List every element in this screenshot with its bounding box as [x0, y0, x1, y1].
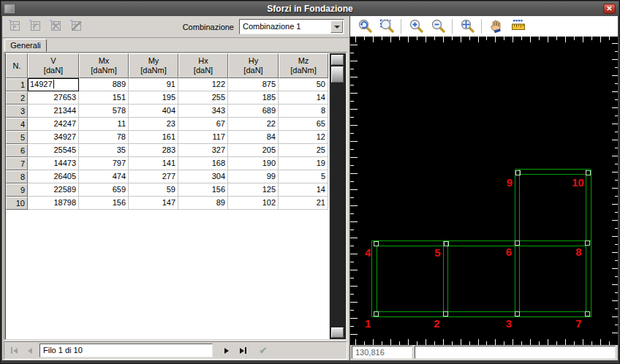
table-cell[interactable]: 12 [279, 131, 328, 144]
clear-values-button[interactable] [67, 18, 85, 36]
row-header[interactable]: 5 [6, 131, 28, 144]
table-cell[interactable]: 277 [129, 170, 178, 183]
node-marker[interactable] [374, 311, 379, 316]
table-cell[interactable]: 141 [129, 157, 178, 170]
table-cell[interactable]: 102 [228, 197, 279, 210]
table-cell[interactable]: 91 [129, 78, 178, 91]
zoom-in-button[interactable] [407, 18, 425, 35]
table-cell[interactable]: 156 [178, 183, 228, 197]
table-cell[interactable]: 59 [129, 183, 178, 197]
zoom-out-button[interactable] [428, 18, 447, 35]
table-cell[interactable]: 24247 [28, 118, 79, 131]
table-cell[interactable]: 21344 [28, 105, 79, 118]
table-cell[interactable]: 27653 [28, 91, 79, 105]
table-cell[interactable]: 195 [129, 91, 178, 105]
cad-canvas[interactable]: 12374568910 [350, 37, 618, 345]
table-cell[interactable]: 304 [178, 170, 228, 183]
table-cell[interactable]: 185 [228, 91, 279, 105]
node-marker[interactable] [586, 171, 590, 175]
row-header[interactable]: 3 [6, 105, 28, 118]
row-header[interactable]: 8 [6, 170, 28, 183]
table-cell[interactable]: 205 [228, 144, 279, 157]
table-cell[interactable]: 78 [79, 131, 129, 144]
row-header[interactable]: 7 [6, 157, 28, 170]
scrollbar-thumb[interactable] [331, 67, 344, 83]
table-cell[interactable]: 8 [279, 105, 328, 118]
commit-button[interactable]: ✔ [255, 344, 271, 357]
paste-values-button[interactable] [26, 18, 44, 36]
table-cell[interactable]: 889 [79, 78, 129, 91]
table-cell[interactable]: 25545 [28, 144, 79, 157]
zoom-extents-button[interactable] [458, 18, 476, 35]
column-header-hy[interactable]: Hy[daN] [228, 53, 279, 78]
table-cell[interactable]: 65 [279, 118, 328, 131]
table-cell[interactable]: 797 [79, 157, 129, 170]
titlebar[interactable]: Sforzi in Fondazione ✕ [1, 1, 619, 16]
zoom-window-button[interactable] [377, 18, 396, 35]
table-cell[interactable]: 14473 [28, 157, 79, 170]
scrollbar-up-button[interactable] [331, 55, 344, 65]
last-record-button[interactable] [235, 344, 251, 357]
column-header-mx[interactable]: Mx[daNm] [79, 53, 129, 78]
record-indicator[interactable]: Filo 1 di 10 [39, 344, 213, 357]
next-record-button[interactable] [219, 344, 235, 357]
table-cell[interactable]: 35 [79, 144, 129, 157]
combo-dropdown-button[interactable] [330, 20, 343, 33]
pan-button[interactable] [487, 18, 505, 35]
table-cell[interactable]: 125 [228, 183, 279, 197]
close-button[interactable]: ✕ [603, 4, 616, 14]
table-cell[interactable]: 18798 [28, 197, 79, 210]
table-cell[interactable]: 659 [79, 183, 129, 197]
table-cell[interactable]: 23 [129, 118, 178, 131]
table-cell[interactable]: 22 [228, 118, 279, 131]
table-cell[interactable]: 84 [228, 131, 279, 144]
table-cell[interactable]: 21 [279, 197, 328, 210]
table-cell[interactable]: 327 [178, 144, 228, 157]
table-cell[interactable]: 11 [79, 118, 129, 131]
table-cell[interactable]: 14927 [28, 78, 79, 91]
measure-button[interactable] [509, 18, 527, 35]
previous-record-button[interactable] [22, 344, 38, 357]
fill-values-button[interactable] [46, 18, 64, 36]
row-header[interactable]: 4 [6, 118, 28, 131]
scrollbar-down-button[interactable] [331, 327, 344, 338]
column-header-v[interactable]: V[daN] [28, 53, 79, 78]
copy-values-button[interactable] [5, 18, 23, 36]
table-cell[interactable]: 117 [178, 131, 228, 144]
column-header-mz[interactable]: Mz[daNm] [279, 53, 328, 78]
column-header-my[interactable]: My[daNm] [129, 53, 178, 78]
table-cell[interactable]: 474 [79, 170, 129, 183]
tab-generali[interactable]: Generali [4, 39, 47, 52]
table-cell[interactable]: 190 [228, 157, 279, 170]
table-scrollbar[interactable] [330, 53, 346, 339]
combination-select[interactable]: Combinazione 1 [239, 19, 344, 34]
row-header[interactable]: 6 [6, 144, 28, 157]
table-cell[interactable]: 255 [178, 91, 228, 105]
table-cell[interactable]: 343 [178, 105, 228, 118]
row-header[interactable]: 9 [6, 183, 28, 197]
table-cell[interactable]: 50 [279, 78, 328, 91]
column-header-hx[interactable]: Hx[daN] [178, 53, 228, 78]
table-cell[interactable]: 89 [178, 197, 228, 210]
table-cell[interactable]: 151 [79, 91, 129, 105]
table-cell[interactable]: 19 [279, 157, 328, 170]
table-cell[interactable]: 283 [129, 144, 178, 157]
column-header-n[interactable]: N. [6, 53, 28, 78]
node-marker[interactable] [585, 311, 589, 316]
table-cell[interactable]: 34927 [28, 131, 79, 144]
table-cell[interactable]: 156 [79, 197, 129, 210]
table-cell[interactable]: 578 [79, 105, 129, 118]
table-cell[interactable]: 26405 [28, 170, 79, 183]
table-cell[interactable]: 99 [228, 170, 279, 183]
table-cell[interactable]: 25 [279, 144, 328, 157]
row-header[interactable]: 10 [6, 197, 28, 210]
table-cell[interactable]: 161 [129, 131, 178, 144]
table-cell[interactable]: 5 [279, 170, 328, 183]
first-record-button[interactable] [6, 344, 22, 357]
node-marker[interactable] [374, 241, 379, 246]
table-cell[interactable]: 22589 [28, 183, 79, 197]
table-cell[interactable]: 875 [228, 78, 279, 91]
table-cell[interactable]: 14 [279, 91, 328, 105]
row-header[interactable]: 1 [6, 78, 28, 91]
table-cell[interactable]: 122 [178, 78, 228, 91]
